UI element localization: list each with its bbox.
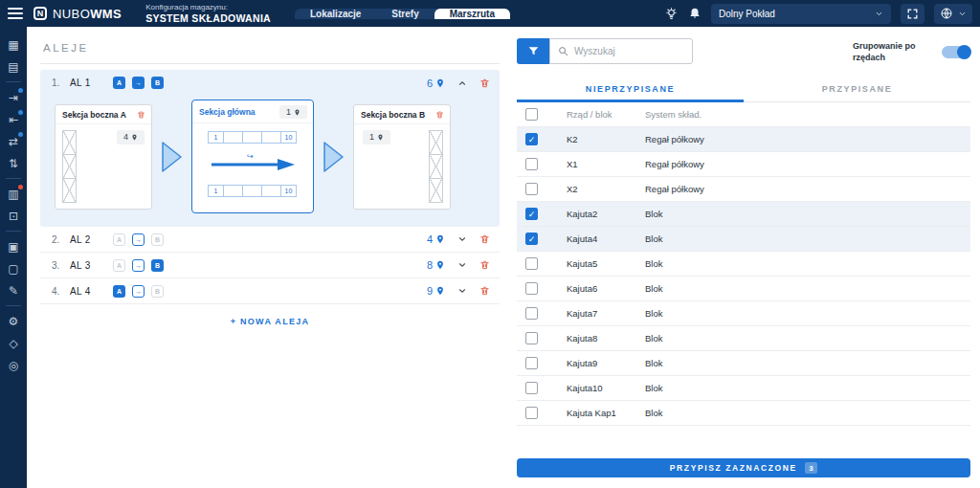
tab-marszruta[interactable]: Marszruta xyxy=(434,9,510,19)
delete-aisle-icon[interactable] xyxy=(479,78,490,89)
user-menu-button[interactable] xyxy=(934,4,972,24)
table-row[interactable]: Kajuta6 Blok xyxy=(517,277,970,301)
new-aisle-button[interactable]: + NOWA ALEJA xyxy=(231,317,310,326)
sidebar-divider xyxy=(6,81,21,82)
grouping-toggle[interactable] xyxy=(942,46,970,58)
tab-nieprzypisane[interactable]: NIEPRZYPISANE xyxy=(517,77,744,102)
table-row[interactable]: Kajuta8 Blok xyxy=(517,326,970,351)
sidebar-divider xyxy=(6,231,21,232)
page-title: ALEJE xyxy=(43,42,500,54)
select-all-checkbox[interactable] xyxy=(525,108,538,121)
sidebar-item-tasks[interactable]: ⇅ xyxy=(0,152,27,174)
row-name: Kajuta6 xyxy=(567,283,645,294)
expand-chevron-down-icon[interactable] xyxy=(457,260,467,270)
row-checkbox[interactable]: ✓ xyxy=(525,233,538,245)
table-row[interactable]: Kajuta9 Blok xyxy=(517,351,970,376)
deck-select[interactable]: Dolny Pokład xyxy=(711,4,891,24)
fullscreen-button[interactable] xyxy=(901,4,924,24)
table-row[interactable]: X1 Regał półkowy xyxy=(517,152,970,177)
table-row[interactable]: ✓ K2 Regał półkowy xyxy=(517,127,970,152)
tab-strefy[interactable]: Strefy xyxy=(376,9,434,19)
sidebar-item-shipping[interactable]: ⇤ xyxy=(0,108,27,130)
aisle-sections: Sekcja boczna A 4 xyxy=(40,96,500,227)
row-checkbox[interactable] xyxy=(525,158,538,170)
aisle-row[interactable]: 3. AL 3 A→B 8 xyxy=(40,253,500,278)
table-row[interactable]: Kajuta5 Blok xyxy=(517,252,970,277)
settings-icon: ⚙ xyxy=(9,315,19,328)
expand-chevron-down-icon[interactable] xyxy=(457,286,467,296)
collapse-chevron-up-icon[interactable] xyxy=(457,78,467,88)
direction-badge: → xyxy=(132,285,145,298)
direction-badge: B xyxy=(151,259,164,272)
sidebar-item-reports[interactable]: ▣ xyxy=(0,235,27,257)
location-pin-icon xyxy=(435,78,445,89)
assign-selected-button[interactable]: PRZYPISZ ZAZNACZONE 3 xyxy=(517,458,970,477)
delete-section-icon[interactable] xyxy=(137,110,145,120)
hamburger-menu-icon[interactable] xyxy=(8,6,23,21)
globe-user-icon xyxy=(940,7,953,20)
filter-button[interactable] xyxy=(517,38,549,64)
dashboard-icon: ▦ xyxy=(8,38,18,52)
topbar-right: Dolny Pokład xyxy=(664,0,980,27)
row-checkbox[interactable]: ✓ xyxy=(525,208,538,220)
logo-mark-icon: N xyxy=(33,7,47,20)
delete-aisle-icon[interactable] xyxy=(479,285,490,297)
receiving-icon: ⇥ xyxy=(9,91,18,104)
aisle-row[interactable]: 4. AL 4 A→B 9 xyxy=(40,278,500,304)
row-checkbox[interactable] xyxy=(525,332,538,344)
theme-bulb-icon[interactable] xyxy=(664,7,679,21)
divider xyxy=(40,63,500,64)
tab-lokalizacje[interactable]: Lokalizacje xyxy=(295,9,376,19)
expand-chevron-down-icon[interactable] xyxy=(457,234,467,244)
sidebar-item-settings[interactable]: ⚙ xyxy=(0,310,27,332)
row-name: Kajuta10 xyxy=(567,383,645,393)
assign-controls: Grupowanie po rzędach xyxy=(517,38,970,64)
sidebar-item-warehouse[interactable]: ▤ xyxy=(0,55,27,78)
tab-przypisane[interactable]: PRZYPISANE xyxy=(744,77,970,102)
table-row[interactable]: X2 Regał półkowy xyxy=(517,177,970,202)
sidebar-item-notes[interactable]: ✎ xyxy=(0,279,27,301)
search-input[interactable] xyxy=(574,46,675,56)
sidebar-item-media[interactable]: ▢ xyxy=(0,257,27,279)
rack-row-graphic: 1 10 xyxy=(209,131,297,144)
sidebar-item-picking[interactable]: ⇄ xyxy=(0,130,27,152)
row-name: Kajuta7 xyxy=(567,308,645,319)
search-box xyxy=(549,38,693,64)
delete-aisle-icon[interactable] xyxy=(479,259,490,271)
notifications-bell-icon[interactable] xyxy=(688,7,702,20)
aisle-row[interactable]: 2. AL 2 A→B 4 xyxy=(40,227,500,253)
row-checkbox[interactable] xyxy=(525,282,538,295)
grouping-control: Grupowanie po rzędach xyxy=(853,38,970,63)
table-row[interactable]: ✓ Kajuta4 Blok xyxy=(517,227,970,252)
table-row[interactable]: Kajuta7 Blok xyxy=(517,301,970,326)
section-card-side-b[interactable]: Sekcja boczna B 1 xyxy=(353,104,451,210)
row-checkbox[interactable]: ✓ xyxy=(525,133,538,145)
rack-graphic xyxy=(429,131,443,203)
table-row[interactable]: Kajuta10 Blok xyxy=(517,376,970,401)
row-checkbox[interactable] xyxy=(525,257,538,270)
table-row[interactable]: ✓ Kajuta2 Blok xyxy=(517,202,970,227)
row-checkbox[interactable] xyxy=(525,382,538,394)
sidebar-item-support[interactable]: ◎ xyxy=(0,354,27,376)
row-checkbox[interactable] xyxy=(525,357,538,369)
section-card-side-a[interactable]: Sekcja boczna A 4 xyxy=(55,104,152,210)
sidebar-item-integrations[interactable]: ◇ xyxy=(0,332,27,354)
aisle-row-al1[interactable]: 1. AL 1 A→B 6 xyxy=(40,70,500,96)
direction-badge: A xyxy=(113,259,125,272)
section-card-main[interactable]: Sekcja główna 1 1 10 xyxy=(191,100,314,213)
row-checkbox[interactable] xyxy=(525,407,538,419)
rack-row-graphic: 1 10 xyxy=(209,185,297,197)
documents-icon: ▥ xyxy=(8,188,18,201)
sidebar-item-receiving[interactable]: ⇥ xyxy=(0,86,27,108)
table-row[interactable]: Kajuta Kap1 Blok xyxy=(517,401,970,426)
aisles-panel: ALEJE 1. AL 1 A→B 6 xyxy=(27,27,500,488)
delete-section-icon[interactable] xyxy=(435,110,444,120)
column-header-row-block: Rząd / blok xyxy=(567,109,645,120)
row-checkbox[interactable] xyxy=(525,183,538,195)
sidebar-item-printing[interactable]: ⊡ xyxy=(0,205,27,227)
row-checkbox[interactable] xyxy=(525,307,538,320)
sidebar-item-dashboard[interactable]: ▦ xyxy=(0,33,27,55)
aisle-number: 4. xyxy=(52,286,70,297)
delete-aisle-icon[interactable] xyxy=(479,233,490,245)
sidebar-item-documents[interactable]: ▥ xyxy=(0,183,27,205)
